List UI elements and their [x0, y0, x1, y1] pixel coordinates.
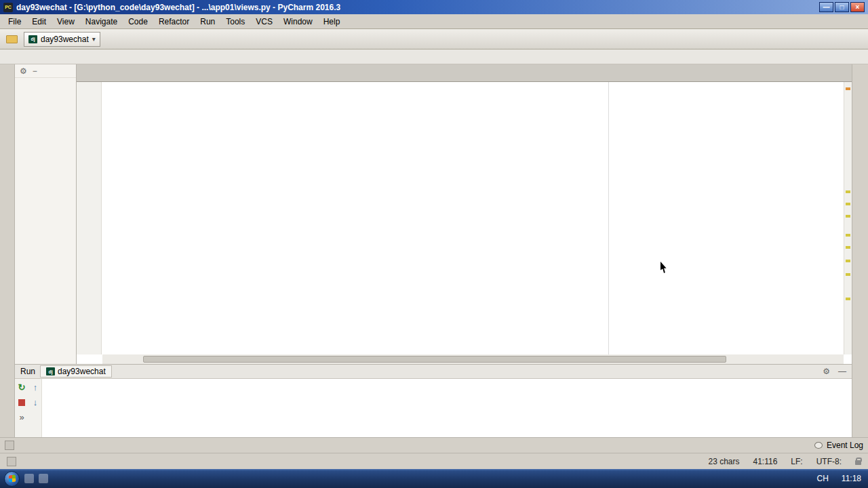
menu-window[interactable]: Window [278, 15, 318, 28]
selection-length: 23 chars [708, 457, 739, 466]
inspection-mark[interactable] [846, 215, 850, 218]
breadcrumb [0, 49, 868, 64]
run-tab-label: day93wechat [58, 367, 106, 376]
toolwindow-switcher-icon[interactable] [5, 441, 14, 450]
file-encoding[interactable]: UTF-8: [816, 457, 842, 466]
windows-flag-icon [8, 475, 16, 483]
django-run-icon: dj [46, 367, 55, 375]
editor-code-area[interactable] [102, 82, 844, 354]
bottom-toolwindow-bar: Event Log [0, 437, 868, 453]
right-toolwindow-stripe [852, 64, 868, 437]
input-language-indicator[interactable]: CH [817, 474, 829, 483]
horizontal-scrollbar[interactable] [102, 354, 844, 364]
inspection-mark[interactable] [846, 273, 850, 276]
run-toolwindow: Run dj day93wechat ⚙ — ↻ ↑ ↓ » [15, 364, 852, 437]
console-toolbar: ↻ ↑ ↓ » [15, 379, 42, 437]
project-panel[interactable]: ⚙ − [15, 64, 77, 364]
horizontal-scrollbar-thumb[interactable] [143, 356, 726, 363]
input-method-icon[interactable] [39, 474, 48, 483]
status-bar: 23 chars 41:116 LF: UTF-8: [0, 453, 868, 469]
quick-launch-icon[interactable] [24, 474, 34, 483]
open-icon[interactable] [5, 33, 18, 46]
lock-icon[interactable] [855, 460, 861, 465]
left-toolwindow-stripe [0, 64, 15, 437]
pycharm-logo-icon: PC [3, 3, 13, 12]
caret-position[interactable]: 41:116 [753, 457, 778, 466]
run-header-actions: ⚙ — [823, 367, 846, 376]
minimize-button[interactable]: — [819, 2, 833, 12]
menu-navigate[interactable]: Navigate [80, 15, 123, 28]
close-button[interactable]: × [850, 2, 865, 12]
menu-file[interactable]: File [3, 15, 26, 28]
windows-taskbar: CH 11:18 [0, 469, 868, 488]
hide-toolwindow-icon[interactable]: — [838, 367, 846, 376]
menu-refactor[interactable]: Refactor [153, 15, 195, 28]
editor-tab-bar [77, 64, 852, 82]
system-tray: CH 11:18 [817, 474, 864, 483]
main-toolbar: dj day93wechat ▾ [0, 29, 868, 49]
menu-bar: FileEditViewNavigateCodeRefactorRunTools… [0, 14, 868, 29]
run-settings-gear-icon[interactable]: ⚙ [823, 367, 830, 376]
inspection-mark[interactable] [846, 190, 850, 193]
run-configuration-select[interactable]: dj day93wechat ▾ [24, 32, 100, 47]
run-configuration-label: day93wechat [41, 35, 89, 44]
gear-icon[interactable]: ⚙ [20, 66, 27, 76]
menu-edit[interactable]: Edit [26, 15, 52, 28]
up-arrow-icon[interactable]: ↑ [33, 382, 38, 392]
more-actions-icon[interactable]: » [19, 412, 24, 422]
event-log-label: Event Log [827, 441, 863, 450]
rerun-icon[interactable]: ↻ [18, 382, 26, 392]
start-button[interactable] [4, 471, 20, 487]
window-titlebar[interactable]: PC day93wechat - [G:\python_code\day93we… [0, 0, 868, 14]
stop-icon[interactable] [18, 399, 25, 406]
maximize-button[interactable]: □ [835, 2, 849, 12]
inspection-mark[interactable] [846, 203, 850, 205]
taskbar-clock[interactable]: 11:18 [842, 474, 861, 483]
window-controls: — □ × [819, 2, 865, 12]
status-right-group: 23 chars 41:116 LF: UTF-8: [708, 457, 861, 466]
status-toolwindow-icon[interactable] [7, 457, 16, 466]
chevron-down-icon: ▾ [92, 35, 96, 43]
inspection-mark[interactable] [846, 260, 850, 262]
menu-tools[interactable]: Tools [220, 15, 250, 28]
line-separator[interactable]: LF: [791, 457, 802, 466]
event-log-button[interactable]: Event Log [814, 441, 863, 450]
error-stripe[interactable] [844, 82, 852, 354]
menu-help[interactable]: Help [318, 15, 346, 28]
down-arrow-icon[interactable]: ↓ [33, 397, 38, 407]
project-panel-toolbar: ⚙ − [15, 64, 76, 78]
toolbar-left-group [5, 33, 18, 46]
window-title: day93wechat - [G:\python_code\day93wecha… [16, 3, 340, 12]
inspection-mark[interactable] [846, 298, 850, 300]
menu-view[interactable]: View [52, 15, 80, 28]
run-toolwindow-title: Run [20, 367, 35, 376]
collapse-all-icon[interactable]: − [33, 66, 37, 76]
event-log-icon [814, 442, 823, 449]
django-config-icon: dj [28, 35, 37, 43]
code-editor[interactable] [77, 82, 852, 364]
menu-code[interactable]: Code [123, 15, 153, 28]
run-toolwindow-header: Run dj day93wechat ⚙ — [15, 365, 852, 379]
inspection-mark[interactable] [846, 234, 850, 237]
run-tab-day93wechat[interactable]: dj day93wechat [40, 365, 112, 378]
run-console-output[interactable] [42, 379, 852, 437]
inspection-mark[interactable] [846, 246, 850, 249]
editor-gutter[interactable] [77, 82, 102, 354]
menu-run[interactable]: Run [195, 15, 220, 28]
menu-vcs[interactable]: VCS [250, 15, 278, 28]
inspection-mark[interactable] [846, 87, 850, 90]
